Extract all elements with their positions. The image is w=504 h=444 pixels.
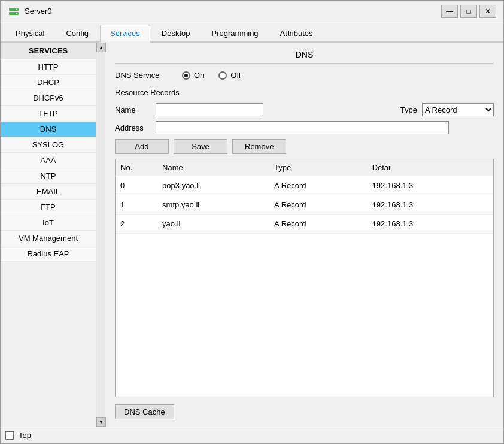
- dns-cache-button[interactable]: DNS Cache: [115, 404, 174, 419]
- address-label: Address: [115, 123, 151, 132]
- type-label: Type: [400, 105, 417, 114]
- sidebar-item-email[interactable]: EMAIL: [1, 184, 96, 200]
- col-header-name: Name: [157, 159, 269, 176]
- name-type-row: Name Type A Record AAAA Record CNAME Rec…: [115, 103, 494, 116]
- cell-type-1: A Record: [269, 195, 368, 215]
- svg-point-3: [16, 13, 17, 14]
- main-panel: DNS DNS Service On Off: [105, 43, 503, 427]
- resource-records-label: Resource Records: [115, 87, 494, 98]
- dns-table: No. Name Type Detail 0 pop3.yao.li A Rec…: [116, 159, 493, 234]
- window-title: Server0: [25, 7, 52, 16]
- radio-off-button[interactable]: [218, 71, 227, 80]
- cell-detail-0: 192.168.1.3: [368, 176, 493, 195]
- address-input[interactable]: [156, 121, 449, 134]
- panel-title: DNS: [115, 50, 494, 64]
- sidebar-item-ftp[interactable]: FTP: [1, 200, 96, 215]
- main-window: Server0 — □ ✕ Physical Config Services D…: [0, 0, 504, 444]
- sidebar-item-aaa[interactable]: AAA: [1, 153, 96, 168]
- table-row[interactable]: 1 smtp.yao.li A Record 192.168.1.3: [116, 195, 493, 215]
- tab-programming[interactable]: Programming: [202, 25, 269, 41]
- tab-services[interactable]: Services: [100, 25, 150, 43]
- sidebar-item-dhcp[interactable]: DHCP: [1, 75, 96, 90]
- col-header-type: Type: [269, 159, 368, 176]
- cell-type-0: A Record: [269, 176, 368, 195]
- cell-name-0: pop3.yao.li: [157, 176, 269, 195]
- sidebar-list: SERVICES HTTP DHCP DHCPv6 TFTP DNS SYSLO…: [1, 43, 96, 427]
- add-button[interactable]: Add: [115, 139, 169, 154]
- tab-desktop[interactable]: Desktop: [151, 25, 201, 41]
- scroll-track[interactable]: [96, 52, 105, 417]
- cell-name-2: yao.li: [157, 215, 269, 234]
- sidebar-item-iot[interactable]: IoT: [1, 215, 96, 231]
- cell-no-1: 1: [116, 195, 157, 215]
- cell-no-0: 0: [116, 176, 157, 195]
- sidebar-item-dns[interactable]: DNS: [1, 122, 96, 137]
- table-row[interactable]: 0 pop3.yao.li A Record 192.168.1.3: [116, 176, 493, 195]
- sidebar-item-ntp[interactable]: NTP: [1, 168, 96, 184]
- radio-on-label: On: [194, 71, 204, 80]
- tab-attributes[interactable]: Attributes: [270, 25, 323, 41]
- top-checkbox[interactable]: [5, 431, 14, 440]
- col-header-detail: Detail: [368, 159, 493, 176]
- tab-bar: Physical Config Services Desktop Program…: [1, 22, 503, 43]
- radio-off-option[interactable]: Off: [218, 71, 241, 80]
- name-input[interactable]: [156, 103, 263, 116]
- dns-table-area: No. Name Type Detail 0 pop3.yao.li A Rec…: [115, 159, 494, 397]
- type-select[interactable]: A Record AAAA Record CNAME Record MX Rec…: [422, 103, 494, 116]
- server-icon: [8, 5, 20, 17]
- table-row[interactable]: 2 yao.li A Record 192.168.1.3: [116, 215, 493, 234]
- dns-service-row: DNS Service On Off: [115, 68, 494, 82]
- sidebar-item-radius-eap[interactable]: Radius EAP: [1, 246, 96, 262]
- radio-on-option[interactable]: On: [182, 71, 204, 80]
- radio-off-label: Off: [230, 71, 241, 80]
- cell-type-2: A Record: [269, 215, 368, 234]
- cell-name-1: smtp.yao.li: [157, 195, 269, 215]
- sidebar-item-syslog[interactable]: SYSLOG: [1, 137, 96, 153]
- dns-cache-row: DNS Cache: [115, 402, 494, 419]
- title-bar-left: Server0: [8, 5, 52, 17]
- sidebar-item-dhcpv6[interactable]: DHCPv6: [1, 90, 96, 106]
- scroll-down-button[interactable]: ▼: [96, 417, 106, 427]
- action-buttons: Add Save Remove: [115, 139, 494, 154]
- title-bar: Server0 — □ ✕: [1, 1, 503, 22]
- minimize-button[interactable]: —: [441, 5, 458, 18]
- tab-physical[interactable]: Physical: [5, 25, 54, 41]
- top-label: Top: [19, 431, 31, 440]
- sidebar-item-tftp[interactable]: TFTP: [1, 106, 96, 122]
- cell-no-2: 2: [116, 215, 157, 234]
- sidebar-item-http[interactable]: HTTP: [1, 59, 96, 75]
- radio-group: On Off: [182, 71, 494, 80]
- cell-detail-2: 192.168.1.3: [368, 215, 493, 234]
- sidebar-header: SERVICES: [1, 43, 96, 59]
- content-area: SERVICES HTTP DHCP DHCPv6 TFTP DNS SYSLO…: [1, 43, 503, 427]
- maximize-button[interactable]: □: [460, 5, 477, 18]
- sidebar-scrollbar: ▲ ▼: [96, 43, 105, 427]
- dns-service-label: DNS Service: [115, 71, 175, 80]
- sidebar-item-vm-management[interactable]: VM Management: [1, 231, 96, 246]
- sidebar-scroll[interactable]: HTTP DHCP DHCPv6 TFTP DNS SYSLOG AAA NTP…: [1, 59, 96, 262]
- table-header-row: No. Name Type Detail: [116, 159, 493, 176]
- dns-table-body: 0 pop3.yao.li A Record 192.168.1.3 1 smt…: [116, 176, 493, 234]
- address-row: Address: [115, 121, 494, 134]
- bottom-bar: Top: [1, 427, 503, 443]
- cell-detail-1: 192.168.1.3: [368, 195, 493, 215]
- tab-config[interactable]: Config: [56, 25, 99, 41]
- name-label: Name: [115, 105, 151, 114]
- sidebar: SERVICES HTTP DHCP DHCPv6 TFTP DNS SYSLO…: [1, 43, 105, 427]
- col-header-no: No.: [116, 159, 157, 176]
- remove-button[interactable]: Remove: [232, 139, 286, 154]
- close-button[interactable]: ✕: [479, 5, 496, 18]
- title-controls: — □ ✕: [441, 5, 496, 18]
- radio-on-button[interactable]: [182, 71, 190, 80]
- save-button[interactable]: Save: [174, 139, 227, 154]
- scroll-up-button[interactable]: ▲: [96, 43, 106, 52]
- svg-point-2: [16, 8, 17, 10]
